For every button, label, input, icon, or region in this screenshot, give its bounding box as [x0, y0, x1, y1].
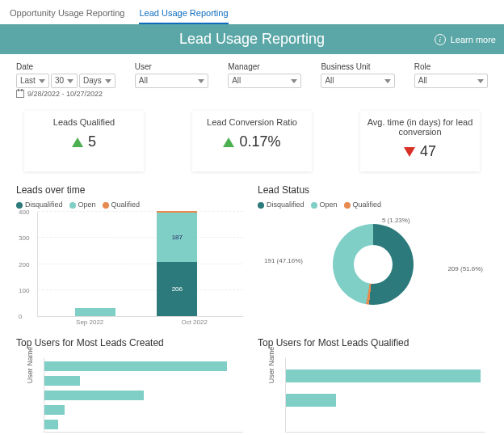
- info-icon: i: [435, 34, 446, 45]
- learn-more-label: Learn more: [451, 35, 496, 44]
- date-unit-select[interactable]: Days: [79, 74, 116, 88]
- legend-qualified: Qualified: [103, 201, 141, 209]
- xlabel-oct: Oct 2022: [181, 319, 207, 326]
- leads-over-time-chart[interactable]: 0 100 200 300 400 206 187: [37, 212, 243, 317]
- card-top-created: Top Users for Most Leads Created User Na…: [16, 337, 246, 435]
- filter-bar: Date Last 30 Days User All Manager All B…: [0, 54, 504, 90]
- manager-select[interactable]: All: [228, 74, 301, 88]
- user-select[interactable]: All: [135, 74, 208, 88]
- filter-role-label: Role: [414, 62, 488, 71]
- filter-manager-label: Manager: [228, 62, 301, 71]
- filter-bu-label: Business Unit: [321, 62, 394, 71]
- kpi-conversion-ratio-value: 0.17%: [239, 133, 280, 150]
- xlabel-sep: Sep 2022: [76, 319, 103, 326]
- lead-status-title: Lead Status: [258, 184, 488, 196]
- kpi-avg-time: Avg. time (in days) for lead conversion …: [360, 111, 480, 171]
- legend-disqualified: Disqualified: [16, 201, 63, 209]
- kpi-conversion-ratio: Lead Conversion Ratio 0.17%: [192, 111, 312, 171]
- kpi-leads-qualified: Leads Qualified 5: [24, 111, 144, 171]
- report-tabs: Opportunity Usage Reporting Lead Usage R…: [0, 0, 504, 24]
- tab-opportunity[interactable]: Opportunity Usage Reporting: [10, 5, 124, 24]
- date-count-select[interactable]: 30: [51, 74, 78, 88]
- kpi-leads-qualified-value: 5: [88, 133, 96, 150]
- top-created-ylabel: User Name: [26, 347, 34, 384]
- card-leads-over-time: Leads over time Disqualified Open Qualif…: [16, 184, 246, 326]
- card-top-qualified: Top Users for Most Leads Qualified User …: [258, 337, 488, 435]
- top-qualified-title: Top Users for Most Leads Qualified: [258, 337, 488, 348]
- page-title-banner: Lead Usage Reporting i Learn more: [0, 24, 504, 54]
- lead-status-chart[interactable]: 5 (1.23%) 191 (47.16%) 209 (51.6%): [258, 212, 488, 317]
- donut-label-qualified: 5 (1.23%): [382, 217, 410, 224]
- top-qualified-ylabel: User Name: [267, 347, 275, 384]
- date-range-text: 9/28/2022 - 10/27/2022: [27, 90, 103, 98]
- leads-over-time-legend: Disqualified Open Qualified: [16, 201, 246, 209]
- card-lead-status: Lead Status Disqualified Open Qualified …: [258, 184, 488, 326]
- donut-icon: [333, 224, 414, 305]
- filter-user-label: User: [135, 62, 208, 71]
- top-created-chart[interactable]: User Name 0 20 40 60: [32, 353, 246, 435]
- donut-label-open: 191 (47.16%): [264, 257, 303, 264]
- donut-label-disqualified: 209 (51.6%): [447, 265, 483, 272]
- top-qualified-chart[interactable]: User Name 0 1 2 3 4: [274, 353, 488, 435]
- calendar-icon: [16, 90, 24, 98]
- tab-lead[interactable]: Lead Usage Reporting: [139, 5, 228, 24]
- trend-down-icon: [404, 147, 415, 157]
- kpi-conversion-ratio-label: Lead Conversion Ratio: [197, 117, 307, 127]
- role-select[interactable]: All: [414, 74, 488, 88]
- kpi-avg-time-value: 47: [420, 143, 436, 160]
- bu-select[interactable]: All: [321, 74, 394, 88]
- top-created-title: Top Users for Most Leads Created: [16, 337, 246, 348]
- leads-over-time-title: Leads over time: [16, 184, 246, 196]
- date-mode-select[interactable]: Last: [16, 74, 49, 88]
- lead-status-legend: Disqualified Open Qualified: [258, 201, 488, 209]
- kpi-leads-qualified-label: Leads Qualified: [29, 117, 139, 127]
- bar-oct-2022: 206 187: [157, 211, 197, 316]
- trend-up-icon: [72, 137, 83, 147]
- page-title: Lead Usage Reporting: [179, 31, 325, 47]
- learn-more-link[interactable]: i Learn more: [435, 34, 496, 45]
- bar-sep-2022: [75, 308, 116, 316]
- legend-open: Open: [69, 201, 96, 209]
- kpi-avg-time-label: Avg. time (in days) for lead conversion: [365, 117, 475, 137]
- kpi-row: Leads Qualified 5 Lead Conversion Ratio …: [0, 104, 504, 184]
- filter-date-label: Date: [16, 62, 116, 71]
- trend-up-icon: [223, 137, 234, 147]
